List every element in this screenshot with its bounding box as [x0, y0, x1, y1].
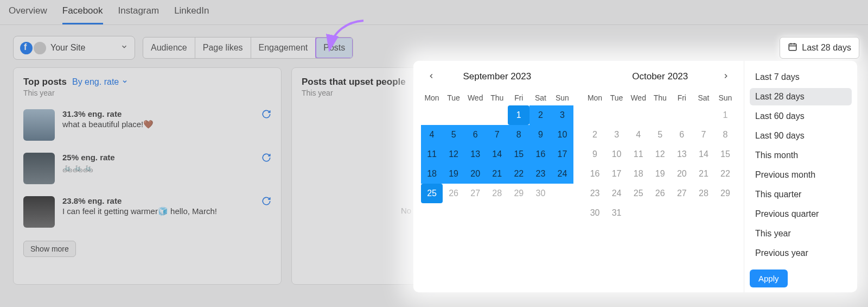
- preset-previous-month[interactable]: Previous month: [750, 166, 852, 184]
- calendar-day[interactable]: 20: [464, 164, 486, 184]
- calendar-day[interactable]: 22: [508, 164, 529, 184]
- preset-previous-quarter[interactable]: Previous quarter: [750, 205, 852, 223]
- calendar-day[interactable]: 22: [714, 164, 736, 184]
- calendar-day[interactable]: 7: [693, 125, 714, 145]
- preset-this-quarter[interactable]: This quarter: [750, 186, 852, 203]
- calendar-day[interactable]: 24: [606, 184, 628, 203]
- preset-previous-year[interactable]: Previous year: [750, 245, 852, 262]
- calendar-day[interactable]: 6: [671, 125, 693, 145]
- calendar-day[interactable]: 10: [606, 145, 628, 164]
- post-row: 23.8% eng. rateI can feel it getting war…: [23, 196, 271, 228]
- preset-last-60-days[interactable]: Last 60 days: [750, 108, 852, 125]
- calendar-day[interactable]: 4: [421, 125, 443, 145]
- calendar-day[interactable]: 5: [649, 125, 671, 145]
- preset-last-28-days[interactable]: Last 28 days: [750, 88, 852, 105]
- calendar-day[interactable]: 26: [649, 184, 671, 203]
- calendar-day[interactable]: 28: [693, 184, 714, 203]
- calendar-day[interactable]: 13: [464, 145, 486, 164]
- calendar-day[interactable]: 25: [628, 184, 649, 203]
- refresh-icon[interactable]: [261, 196, 271, 209]
- preset-this-year[interactable]: This year: [750, 225, 852, 242]
- calendar-day[interactable]: 17: [551, 145, 573, 164]
- dow-label: Sat: [693, 90, 714, 105]
- calendar-day[interactable]: 3: [606, 125, 628, 145]
- calendar-day[interactable]: 2: [584, 125, 606, 145]
- calendar-day[interactable]: 18: [421, 164, 443, 184]
- dow-label: Thu: [486, 90, 508, 105]
- calendar-day[interactable]: 23: [529, 164, 551, 184]
- calendar-day[interactable]: 30: [584, 203, 606, 223]
- calendar-day[interactable]: 9: [529, 125, 551, 145]
- main-tab-facebook[interactable]: Facebook: [62, 5, 103, 24]
- calendar-day[interactable]: 8: [508, 125, 529, 145]
- calendar-day[interactable]: 6: [464, 125, 486, 145]
- post-thumbnail[interactable]: [23, 196, 55, 228]
- calendar-day[interactable]: 5: [443, 125, 464, 145]
- preset-last-90-days[interactable]: Last 90 days: [750, 127, 852, 145]
- calendar-day[interactable]: 31: [606, 203, 628, 223]
- calendar-day[interactable]: 24: [551, 164, 573, 184]
- calendar-day[interactable]: 10: [551, 125, 573, 145]
- sub-tab-page-likes[interactable]: Page likes: [195, 37, 251, 58]
- calendar-day[interactable]: 3: [551, 105, 573, 125]
- post-thumbnail[interactable]: [23, 109, 55, 141]
- calendar-day[interactable]: 18: [628, 164, 649, 184]
- main-tab-overview[interactable]: Overview: [9, 5, 47, 24]
- calendar-day[interactable]: 9: [584, 145, 606, 164]
- calendar-day[interactable]: 21: [486, 164, 508, 184]
- calendar-day[interactable]: 26: [443, 184, 464, 203]
- calendar-day[interactable]: 14: [693, 145, 714, 164]
- sub-tab-posts[interactable]: Posts: [316, 37, 353, 58]
- sub-tab-audience[interactable]: Audience: [143, 37, 195, 58]
- calendar-day[interactable]: 17: [606, 164, 628, 184]
- apply-button[interactable]: Apply: [750, 270, 788, 287]
- calendar-day[interactable]: 14: [486, 145, 508, 164]
- post-eng-rate: 23.8% eng. rate: [62, 196, 254, 205]
- prev-month-button[interactable]: [423, 69, 439, 85]
- show-more-button[interactable]: Show more: [23, 241, 76, 257]
- calendar-day[interactable]: 25: [421, 184, 443, 203]
- site-dropdown[interactable]: Your Site: [13, 36, 135, 60]
- next-month-button[interactable]: [718, 69, 734, 85]
- calendar-day[interactable]: 15: [508, 145, 529, 164]
- calendar-day[interactable]: 2: [529, 105, 551, 125]
- calendar-day[interactable]: 16: [584, 164, 606, 184]
- calendar-day[interactable]: 7: [486, 125, 508, 145]
- sub-tabs: AudiencePage likesEngagementPosts: [143, 37, 353, 59]
- calendar-day[interactable]: 28: [486, 184, 508, 203]
- calendar-day[interactable]: 21: [693, 164, 714, 184]
- refresh-icon[interactable]: [261, 109, 271, 122]
- post-thumbnail[interactable]: [23, 153, 55, 184]
- facebook-icon: [20, 42, 33, 54]
- calendar-day[interactable]: 11: [628, 145, 649, 164]
- calendar-day[interactable]: 30: [529, 184, 551, 203]
- main-tab-linkedin[interactable]: LinkedIn: [174, 5, 209, 24]
- upset-title: Posts that upset people: [302, 77, 406, 87]
- calendar-day[interactable]: 20: [671, 164, 693, 184]
- calendar-day[interactable]: 29: [714, 184, 736, 203]
- calendar-day[interactable]: 1: [714, 105, 736, 125]
- sort-dropdown[interactable]: By eng. rate: [72, 77, 128, 87]
- calendar-day[interactable]: 16: [529, 145, 551, 164]
- calendar-day[interactable]: 27: [671, 184, 693, 203]
- date-range-button[interactable]: Last 28 days: [780, 37, 859, 59]
- calendar-day[interactable]: 13: [671, 145, 693, 164]
- dow-label: Mon: [421, 90, 443, 105]
- calendar-day[interactable]: 8: [714, 125, 736, 145]
- calendar-day[interactable]: 23: [584, 184, 606, 203]
- calendar-day[interactable]: 12: [649, 145, 671, 164]
- calendar-day[interactable]: 27: [464, 184, 486, 203]
- main-tab-instagram[interactable]: Instagram: [118, 5, 159, 24]
- refresh-icon[interactable]: [261, 153, 271, 165]
- preset-this-month[interactable]: This month: [750, 147, 852, 164]
- calendar-day[interactable]: 19: [443, 164, 464, 184]
- calendar-day[interactable]: 19: [649, 164, 671, 184]
- calendar-day[interactable]: 4: [628, 125, 649, 145]
- calendar-day[interactable]: 15: [714, 145, 736, 164]
- calendar-day[interactable]: 12: [443, 145, 464, 164]
- calendar-day[interactable]: 29: [508, 184, 529, 203]
- calendar-day[interactable]: 1: [508, 105, 529, 125]
- calendar-day[interactable]: 11: [421, 145, 443, 164]
- sub-tab-engagement[interactable]: Engagement: [251, 37, 316, 58]
- preset-last-7-days[interactable]: Last 7 days: [750, 68, 852, 86]
